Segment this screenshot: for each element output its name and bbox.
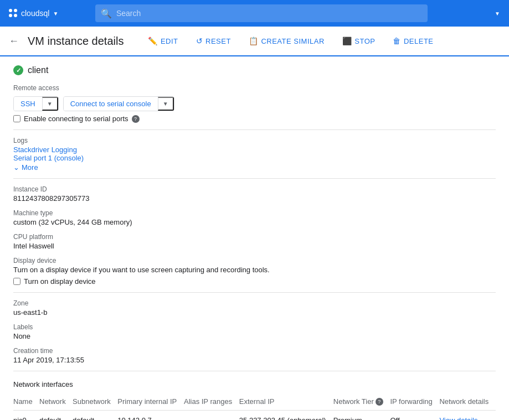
edit-icon: ✏️: [148, 37, 158, 45]
creation-time-label: Creation time: [13, 347, 496, 355]
back-arrow-icon: ←: [9, 35, 19, 47]
serial-ports-help-icon[interactable]: ?: [132, 115, 140, 123]
instance-id-label: Instance ID: [13, 185, 496, 193]
connect-console-button[interactable]: Connect to serial console: [64, 97, 158, 111]
delete-button[interactable]: 🗑 DELETE: [386, 33, 440, 49]
display-device-checkbox-label: Turn on display device: [24, 277, 96, 286]
remote-access-section: Remote access SSH ▼ Connect to serial co…: [13, 84, 496, 123]
col-external-ip: External IP: [239, 393, 333, 411]
machine-type-label: Machine type: [13, 209, 496, 217]
network-interfaces-table: Name Network Subnetwork Primary internal…: [13, 393, 496, 420]
logs-section: Logs Stackdriver Logging Serial port 1 (…: [13, 137, 496, 172]
col-name: Name: [13, 393, 39, 411]
serial-ports-label: Enable connecting to serial ports: [24, 115, 128, 123]
col-subnetwork: Subnetwork: [73, 393, 117, 411]
nav-logo[interactable]: cloudsql ▼: [9, 9, 58, 18]
col-ip-forwarding: IP forwarding: [390, 393, 439, 411]
delete-icon: 🗑: [393, 37, 401, 45]
stop-icon: ⬛: [342, 37, 352, 45]
network-interfaces-title: Network interfaces: [13, 380, 496, 388]
create-similar-icon: 📋: [249, 37, 259, 45]
stackdriver-link[interactable]: Stackdriver Logging: [13, 146, 77, 154]
zone-section: Zone us-east1-b: [13, 299, 496, 317]
serial-ports-checkbox[interactable]: [13, 115, 20, 122]
console-dropdown-button[interactable]: ▼: [158, 97, 174, 111]
machine-type-section: Machine type custom (32 vCPUs, 244 GB me…: [13, 209, 496, 226]
logs-label: Logs: [13, 137, 496, 144]
instance-name: client: [28, 65, 48, 75]
instance-status-row: client: [13, 65, 496, 75]
cell-subnetwork: default: [73, 411, 117, 421]
page-title: VM instance details: [28, 35, 124, 48]
table-row: nic0 default default 10.142.0.7 — 35.237…: [13, 411, 496, 421]
col-network-details: Network details: [439, 393, 496, 411]
display-device-label: Display device: [13, 257, 496, 265]
network-interfaces-section: Network interfaces Name Network Subnetwo…: [13, 380, 496, 420]
serial-ports-checkbox-row: Enable connecting to serial ports ?: [13, 115, 496, 123]
cell-external-ip: 35.237.203.45 (ephemeral): [239, 411, 333, 421]
cell-network-tier: Premium: [333, 411, 390, 421]
nav-dropdown-icon[interactable]: ▼: [53, 11, 58, 17]
serial-port-link[interactable]: Serial port 1 (console): [13, 154, 84, 162]
header-actions: ✏️ EDIT ↺ RESET 📋 CREATE SIMILAR ⬛ STOP …: [141, 33, 440, 49]
divider-1: [13, 129, 496, 130]
more-logs-link[interactable]: ⌄ More: [13, 163, 496, 172]
cell-network-details[interactable]: View details: [439, 411, 496, 421]
cpu-platform-label: CPU platform: [13, 233, 496, 241]
page-header: ← VM instance details ✏️ EDIT ↺ RESET 📋 …: [0, 27, 509, 56]
ssh-button[interactable]: SSH ▼: [13, 96, 59, 111]
zone-label: Zone: [13, 299, 496, 307]
cpu-platform-section: CPU platform Intel Haswell: [13, 233, 496, 250]
zone-value: us-east1-b: [13, 308, 496, 317]
edit-button[interactable]: ✏️ EDIT: [141, 33, 184, 49]
display-device-section: Display device Turn on a display device …: [13, 257, 496, 286]
search-bar[interactable]: 🔍: [95, 4, 428, 22]
labels-section: Labels None: [13, 323, 496, 340]
cell-alias-ip: —: [184, 411, 239, 421]
col-primary-ip: Primary internal IP: [117, 393, 184, 411]
display-device-checkbox[interactable]: [13, 278, 20, 285]
stop-button[interactable]: ⬛ STOP: [336, 33, 382, 49]
col-network-tier: Network Tier ?: [333, 393, 390, 411]
top-navigation: cloudsql ▼ 🔍 ▼: [0, 0, 509, 27]
machine-type-value: custom (32 vCPUs, 244 GB memory): [13, 218, 496, 226]
nav-right-dropdown-icon[interactable]: ▼: [495, 11, 500, 17]
more-chevron-icon: ⌄: [13, 163, 19, 172]
col-network: Network: [39, 393, 73, 411]
remote-access-label: Remote access: [13, 84, 496, 92]
instance-id-value: 8112437808297305773: [13, 194, 496, 203]
display-device-checkbox-row: Turn on display device: [13, 277, 496, 286]
cell-network: default: [39, 411, 73, 421]
status-indicator: [13, 65, 23, 75]
labels-value: None: [13, 332, 496, 340]
creation-time-value: 11 Apr 2019, 17:13:55: [13, 356, 496, 364]
create-similar-button[interactable]: 📋 CREATE SIMILAR: [242, 33, 331, 49]
back-button[interactable]: ←: [9, 35, 19, 47]
divider-4: [13, 371, 496, 371]
search-icon: 🔍: [101, 8, 112, 19]
product-name: cloudsql: [21, 9, 49, 18]
divider-2: [13, 178, 496, 179]
col-alias-ip: Alias IP ranges: [184, 393, 239, 411]
ssh-main-button[interactable]: SSH: [14, 97, 42, 111]
table-header-row: Name Network Subnetwork Primary internal…: [13, 393, 496, 411]
cpu-platform-value: Intel Haswell: [13, 242, 496, 250]
cell-primary-ip: 10.142.0.7: [117, 411, 184, 421]
ssh-dropdown-button[interactable]: ▼: [42, 97, 58, 111]
logo-icon: [9, 9, 18, 18]
cell-ip-forwarding: Off: [390, 411, 439, 421]
display-device-description: Turn on a display device if you want to …: [13, 266, 496, 274]
cell-name: nic0: [13, 411, 39, 421]
network-tier-help-icon[interactable]: ?: [376, 398, 383, 406]
creation-time-section: Creation time 11 Apr 2019, 17:13:55: [13, 347, 496, 364]
ssh-row: SSH ▼ Connect to serial console ▼: [13, 96, 496, 111]
reset-button[interactable]: ↺ RESET: [189, 33, 238, 49]
instance-id-section: Instance ID 8112437808297305773: [13, 185, 496, 203]
reset-icon: ↺: [196, 37, 203, 45]
labels-label: Labels: [13, 323, 496, 331]
view-details-link[interactable]: View details: [439, 416, 477, 420]
serial-console-button[interactable]: Connect to serial console ▼: [63, 96, 174, 111]
divider-3: [13, 292, 496, 293]
search-input[interactable]: [116, 9, 422, 18]
main-content: client Remote access SSH ▼ Connect to se…: [0, 56, 509, 420]
